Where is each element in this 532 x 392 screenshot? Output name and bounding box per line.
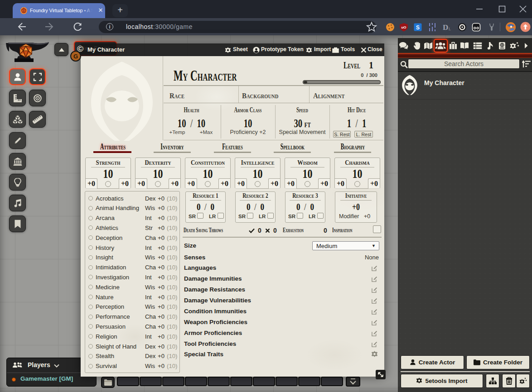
svg-text:L: L [449,27,451,31]
svg-text:D: D [443,23,448,32]
svg-text:uO: uO [401,25,406,29]
svg-text:S: S [416,24,420,31]
